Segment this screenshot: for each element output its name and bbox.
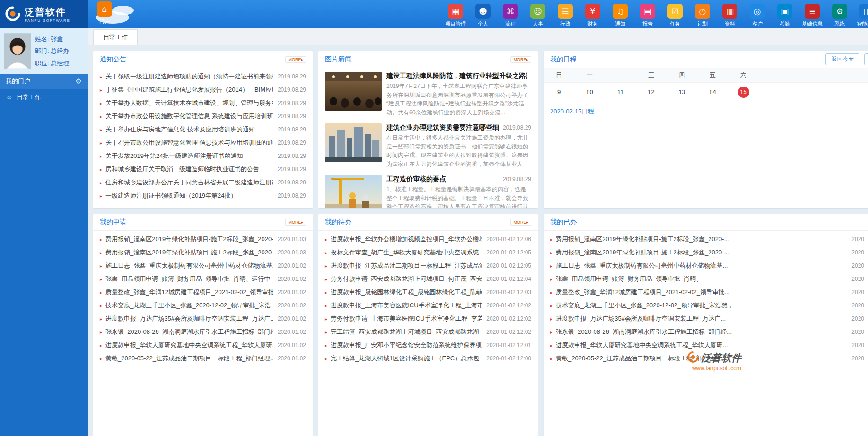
calendar-date[interactable]: 11 xyxy=(605,83,636,102)
module-icon: ≡ xyxy=(805,4,820,19)
nav-item-personal[interactable]: ☻ 个人 xyxy=(471,1,495,27)
item-date: 2020.01.02 xyxy=(278,329,306,335)
list-item[interactable]: ▸ 进度款申报_晟铭园林绿化工程_晟铭园林绿化工程_陈菲_陈菲 2020-01-… xyxy=(325,286,531,299)
list-item[interactable]: ▸ 进度款申报_万达广场35#会所及咖啡厅空调安装工程_万达广... 2020 xyxy=(550,312,868,325)
list-item[interactable]: ▸ 费用报销_潼南区2019年绿化补贴项目-施工2标段_张鑫_2020-... … xyxy=(550,246,868,259)
list-item[interactable]: ▸ 关于发放2019年第24批一级建造师注册证书的通知 2019.08.29 xyxy=(100,149,306,163)
fanpu-logo-icon xyxy=(5,6,21,23)
item-date: 2020.01.02 xyxy=(278,302,306,309)
calendar-date[interactable]: 12 xyxy=(636,83,666,102)
nav-item-workflow[interactable]: ⌘ 流程 xyxy=(498,1,523,27)
news-item[interactable]: 建设工程法律风险防范，建筑行业转型升级之路沙龙活动 2019年7月27日下午，土… xyxy=(318,68,538,120)
notice-list: ▸ 关于领取一级注册建造师增项贴的通知（须持一建证书前来领取） 2019.08.… xyxy=(93,68,313,202)
back-to-today-button[interactable]: 返回今天 xyxy=(825,53,859,65)
list-item[interactable]: ▸ 进度款申报_江苏成品油二期项目一标段工程_江苏成品油二期项... 2020-… xyxy=(325,259,531,272)
arrow-bullet-icon: ▸ xyxy=(325,343,327,348)
list-item[interactable]: ▸ 关于举办大数据、云计算技术在城市建设、规划、管理与服务中的应... 2019… xyxy=(100,96,306,110)
schedule-day-label: 2020-02-15日程 xyxy=(544,102,868,116)
list-item[interactable]: ▸ 质量整改_张鑫_华润12城房建工程项目_2021-02-02_领导审批...… xyxy=(550,286,868,299)
list-item[interactable]: ▸ 完工结算_西安成都路龙湖上河城项目_西安成都路龙湖上河城... 2020-0… xyxy=(325,325,531,339)
list-item[interactable]: ▸ 费用报销_潼南区2019年绿化补贴项目-施工2标段_张鑫_2020-... … xyxy=(100,246,306,259)
list-item[interactable]: ▸ 关于举办住房与房地产信息化 技术及应用培训班的通知 2019.08.29 xyxy=(100,123,306,136)
list-item[interactable]: ▸ 黄敏_2020-05-22_江苏成品油二期项目一标段工程_部门经理... 2… xyxy=(550,352,868,365)
nav-item-plan[interactable]: ◷ 计划 xyxy=(690,1,715,27)
list-item[interactable]: ▸ 黄敏_2020-05-22_江苏成品油二期项目一标段工程_部门经理... 2… xyxy=(100,352,306,365)
list-item[interactable]: ▸ 张鑫_用品领用申请_账簿_财务用品_领导审批_肖晴、 2020 xyxy=(550,272,868,286)
list-item[interactable]: ▸ 施工日志_张鑫_重庆太极制药有限公司亳州中药材仓储物流基... 2020.0… xyxy=(100,259,306,272)
list-item[interactable]: ▸ 房和城乡建设厅关于取消二级建造师临时执业证书的公告 2019.08.29 xyxy=(100,163,306,176)
item-date: 2019.08.29 xyxy=(278,140,306,146)
list-item[interactable]: ▸ 劳务付款申请_西安成都路龙湖上河城项目_何正茂_西安成都路... 2020-… xyxy=(325,272,531,286)
list-item[interactable]: ▸ 费用报销_潼南区2019年绿化补贴项目-施工2标段_张鑫_2020-... … xyxy=(100,233,306,246)
list-item[interactable]: ▸ 进度款申报_华软大厦研究基地中央空调系统工程_华软大厦研... 2020.0… xyxy=(100,339,306,352)
list-item[interactable]: ▸ 张永银_2020-08-26_湖南洞庭湖水库引水工程施工招标_部门经... … xyxy=(550,325,868,339)
list-item[interactable]: ▸ 关于领取一级注册建造师增项贴的通知（须持一建证书前来领取） 2019.08.… xyxy=(100,70,306,83)
calendar-date[interactable]: 13 xyxy=(666,83,697,102)
sidebar-item-daily-work[interactable]: ∞ 日常工作 xyxy=(0,89,88,106)
nav-item-base-info[interactable]: ≡ 基础信息 xyxy=(800,1,824,27)
nav-item-administration[interactable]: ☰ 行政 xyxy=(553,1,578,27)
more-button[interactable]: MORE▸ xyxy=(510,56,531,63)
nav-item-label: 门户 xyxy=(99,18,110,25)
nav-item-notification[interactable]: ♫ 通知 xyxy=(608,1,632,27)
item-date: 2020 xyxy=(851,249,864,256)
nav-item-smart-building[interactable]: ◫ 智能建筑 xyxy=(855,1,868,27)
module-icon: ◷ xyxy=(695,4,710,19)
calendar-weekday-row: 日一二三四五六 xyxy=(544,68,868,83)
news-item[interactable]: 建筑企业办理建筑资质需要注意哪些细节 2019.08.29 在日常生活中，很多人… xyxy=(318,120,538,171)
nav-item-finance[interactable]: ¥ 财务 xyxy=(580,1,605,27)
more-button[interactable]: MORE▸ xyxy=(285,219,306,226)
calendar-date[interactable]: 14 xyxy=(697,83,728,102)
list-item[interactable]: ▸ 完工结算_龙湖天街城1区设计采购施工（EPC）总承包工程_龙... 2020… xyxy=(325,352,531,365)
arrow-bullet-icon: ▸ xyxy=(325,290,327,295)
nav-item-label: 流程 xyxy=(505,20,516,27)
list-item[interactable]: ▸ 投标文件审查_胡广生_华软大厦研究基地中央空调系统工程_20... 2020… xyxy=(325,246,531,259)
arrow-bullet-icon: ▸ xyxy=(550,277,552,282)
arrow-bullet-icon: ▸ xyxy=(325,277,327,282)
arrow-bullet-icon: ▸ xyxy=(325,237,327,242)
nav-item-task[interactable]: ☑ 任务 xyxy=(663,1,687,27)
list-item[interactable]: ▸ 进度款申报_广安邓小平纪念馆安全防范系统维护保养项目_广安... 2020-… xyxy=(325,339,531,352)
list-item[interactable]: ▸ 技术交底_龙湖三千里小区_张鑫_2020-12-02_领导审批_宋浩然， 2… xyxy=(550,299,868,312)
prev-week-button[interactable]: 上周 xyxy=(864,53,868,65)
calendar-date[interactable]: 15 xyxy=(728,83,759,102)
nav-item-hr[interactable]: ☺ 人事 xyxy=(526,1,550,27)
calendar-date[interactable]: 10 xyxy=(574,83,605,102)
nav-item-customer[interactable]: ◎ 客户 xyxy=(745,1,770,27)
list-item[interactable]: ▸ 技术交底_龙湖三千里小区_张鑫_2020-12-02_领导审批_宋浩... … xyxy=(100,299,306,312)
list-item[interactable]: ▸ 施工日志_张鑫_重庆太极制药有限公司亳州中药材仓储物流基... 2020 xyxy=(550,259,868,272)
list-item[interactable]: ▸ 费用报销_潼南区2019年绿化补贴项目-施工2标段_张鑫_2020-... … xyxy=(550,233,868,246)
tab-daily-work[interactable]: 日常工作 xyxy=(93,29,138,45)
nav-item-report[interactable]: ▤ 报告 xyxy=(635,1,660,27)
list-item[interactable]: ▸ 于征集《中国建筑施工行业信息化发展报告（2014）—BIM应用与发... 2… xyxy=(100,83,306,96)
list-item[interactable]: ▸ 张永银_2020-08-26_湖南洞庭湖水库引水工程施工招标_部门经... … xyxy=(100,325,306,339)
list-item[interactable]: ▸ 进度款申报_华软办公楼增加视频监控项目_华软办公楼增加视频... 2020-… xyxy=(325,233,531,246)
module-icon: ☰ xyxy=(558,4,573,19)
item-date: 2020 xyxy=(851,236,864,243)
list-item[interactable]: ▸ 质量整改_张鑫_华润12城房建工程项目_2021-02-02_领导审批...… xyxy=(100,286,306,299)
sidebar-item-label: 日常工作 xyxy=(17,93,41,102)
nav-item-label: 个人 xyxy=(478,20,488,27)
list-item[interactable]: ▸ 进度款申报_华软大厦研究基地中央空调系统工程_华软大厦研... 2020 xyxy=(550,339,868,352)
calendar-date[interactable]: 9 xyxy=(544,83,574,102)
list-item[interactable]: ▸ 一级建造师注册证书领取通知（2019年第24批） 2019.08.29 xyxy=(100,189,306,202)
arrow-bullet-icon: ▸ xyxy=(100,277,102,282)
nav-item-project-management[interactable]: ▦ 项目管理 xyxy=(443,1,468,27)
news-item[interactable]: 工程造价审核的要点 2019.08.29 1、核准工程量。工程量是编制决算最基本… xyxy=(318,171,538,208)
list-item[interactable]: ▸ 关于举办市政公用设施数字化管理信息 系统建设与应用培训班的通知 2019.0… xyxy=(100,110,306,123)
sidebar-portal-title: 我的门户 xyxy=(6,77,30,86)
list-item[interactable]: ▸ 进度款申报_万达广场35#会所及咖啡厅空调安装工程_万达广... 2020.… xyxy=(100,312,306,325)
panel-title: 我的已办 xyxy=(550,218,577,227)
nav-item-attendance[interactable]: ▣ 考勤 xyxy=(772,1,797,27)
nav-item-portal[interactable]: ⌂ 门户 xyxy=(91,1,118,25)
nav-item-documents[interactable]: ▥ 资料 xyxy=(718,1,742,27)
list-item[interactable]: ▸ 劳务付款申请_上海市美容医院ICU手术室净化工程_李若若_上... 2020… xyxy=(325,312,531,325)
list-item[interactable]: ▸ 进度款申报_上海市美容医院ICU手术室净化工程_上海市美容医... 2020… xyxy=(325,299,531,312)
list-item[interactable]: ▸ 住房和城乡建设部办公厅关于同意吉林省开展二级建造师注册证书电... 2019… xyxy=(100,176,306,189)
nav-item-system[interactable]: ⚙ 系统 xyxy=(827,1,852,27)
more-button[interactable]: MORE▸ xyxy=(510,219,531,226)
list-item[interactable]: ▸ 关于召开市政公用设施智慧化管理 信息技术与应用培训班的通知 2019.08.… xyxy=(100,136,306,149)
more-button[interactable]: MORE▸ xyxy=(285,56,306,63)
list-item[interactable]: ▸ 张鑫_用品领用申请_账簿_财务用品_领导审批_肖晴、运行中 2020.01.… xyxy=(100,272,306,286)
gear-icon[interactable]: ⚙ xyxy=(76,77,82,86)
